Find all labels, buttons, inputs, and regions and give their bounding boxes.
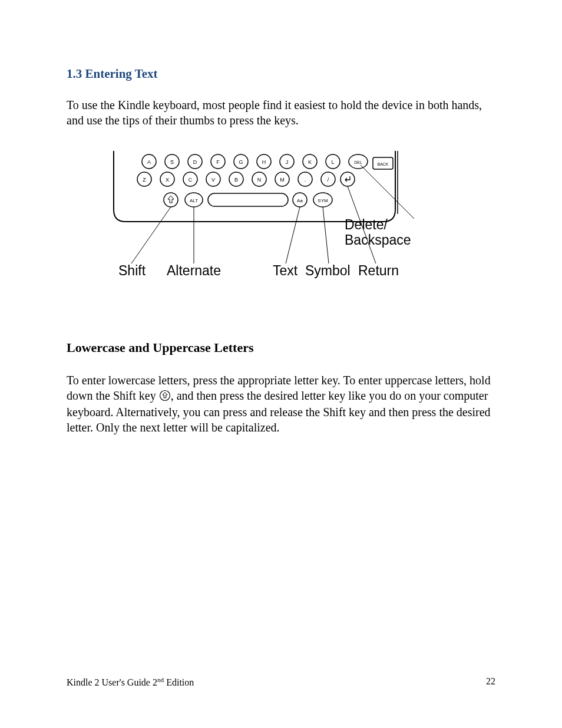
label-delete-2: Backspace <box>345 232 411 248</box>
alt-key: ALT <box>190 198 198 203</box>
footer-title: Kindle 2 User's Guide 2nd Edition <box>67 677 194 687</box>
svg-text:J: J <box>286 159 289 165</box>
svg-rect-43 <box>208 193 288 206</box>
shift-icon <box>159 390 171 406</box>
svg-text:K: K <box>308 159 312 165</box>
keyboard-diagram: ASDFGHJKLDEL BACK ZXCVBNM./ ALT Aa SYM S… <box>108 148 495 298</box>
subheading: Lowercase and Uppercase Letters <box>67 340 495 355</box>
back-key: BACK <box>377 162 388 166</box>
svg-text:A: A <box>147 159 151 165</box>
svg-text:G: G <box>239 159 243 165</box>
svg-text:X: X <box>166 177 169 183</box>
sym-key: SYM <box>318 198 328 203</box>
svg-text:B: B <box>234 177 238 183</box>
svg-text:/: / <box>328 177 329 183</box>
svg-text:N: N <box>257 177 262 183</box>
label-alternate: Alternate <box>167 263 221 278</box>
label-symbol: Symbol <box>305 263 351 278</box>
svg-text:DEL: DEL <box>354 160 362 164</box>
label-return: Return <box>358 263 399 278</box>
svg-text:H: H <box>262 159 266 165</box>
svg-text:M: M <box>280 177 285 183</box>
footer: Kindle 2 User's Guide 2nd Edition 22 <box>67 676 495 688</box>
svg-text:S: S <box>170 159 174 165</box>
svg-point-40 <box>340 172 355 186</box>
text-key: Aa <box>297 198 303 203</box>
svg-text:F: F <box>216 159 220 165</box>
svg-line-51 <box>361 165 414 219</box>
svg-line-48 <box>286 207 300 263</box>
label-text: Text <box>273 263 298 278</box>
svg-text:D: D <box>193 159 197 165</box>
page-number: 22 <box>486 676 495 687</box>
svg-line-46 <box>131 207 171 263</box>
svg-text:Z: Z <box>143 177 146 183</box>
svg-text:L: L <box>331 159 334 165</box>
svg-text:V: V <box>211 177 215 183</box>
section-heading: 1.3 Entering Text <box>67 67 495 81</box>
intro-paragraph: To use the Kindle keyboard, most people … <box>67 98 495 128</box>
svg-text:C: C <box>189 177 193 183</box>
svg-point-41 <box>164 193 178 207</box>
svg-text:.: . <box>305 177 306 183</box>
svg-line-49 <box>323 207 329 263</box>
label-shift: Shift <box>118 263 146 278</box>
sub-paragraph: To enter lowercase letters, press the ap… <box>67 373 495 435</box>
label-delete-1: Delete/ <box>345 217 388 232</box>
